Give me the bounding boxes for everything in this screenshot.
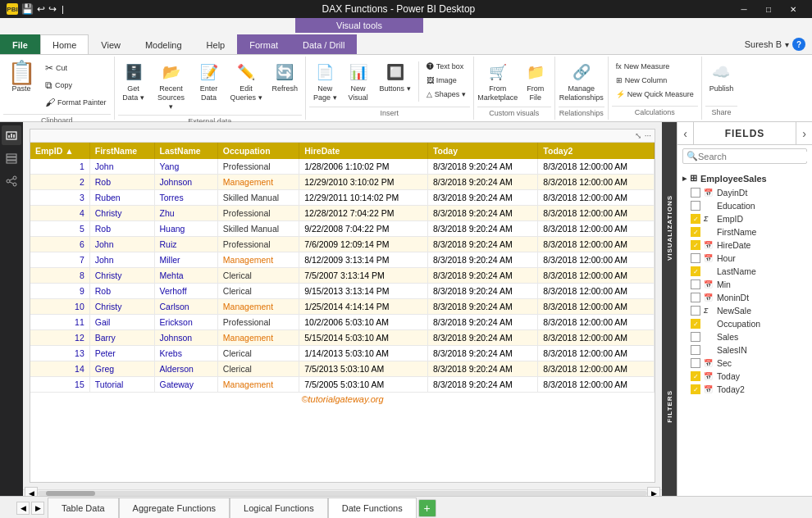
field-item-today[interactable]: ✓ 📅 Today — [677, 370, 812, 383]
visual-expand-icon[interactable]: ⤡ — [635, 131, 641, 140]
buttons-button[interactable]: 🔲 Buttons ▾ — [376, 58, 415, 96]
col-header-lastname[interactable]: LastName — [154, 143, 217, 159]
edit-queries-button[interactable]: ✏️ EditQueries ▾ — [226, 58, 267, 105]
scrollbar-thumb[interactable] — [46, 491, 95, 496]
scroll-right-arrow[interactable]: ▶ — [647, 487, 660, 497]
tab-data-drill[interactable]: Data / Drill — [290, 34, 357, 54]
sidebar-icon-model[interactable] — [2, 171, 21, 191]
field-checkbox[interactable]: ✓ — [691, 371, 700, 381]
new-quick-measure-button[interactable]: ⚡New Quick Measure — [612, 88, 698, 101]
field-checkbox[interactable]: ✓ — [691, 214, 700, 224]
add-tab-button[interactable]: + — [418, 499, 436, 517]
col-header-empid[interactable]: EmpID ▲ — [30, 143, 89, 159]
field-checkbox[interactable] — [691, 306, 700, 316]
tab-date[interactable]: Date Functions — [328, 498, 417, 519]
sidebar-icon-report[interactable] — [2, 125, 21, 145]
col-header-firstname[interactable]: FirstName — [89, 143, 154, 159]
fields-search-input[interactable] — [698, 152, 811, 161]
field-checkbox[interactable]: ✓ — [691, 240, 700, 250]
visual-more-icon[interactable]: ··· — [645, 131, 651, 140]
manage-relationships-button[interactable]: 🔗 ManageRelationships — [559, 58, 604, 105]
get-data-button[interactable]: 🗄️ GetData ▾ — [118, 58, 149, 105]
filters-label[interactable]: FILTERS — [666, 390, 673, 423]
panel-expand-button[interactable]: › — [796, 122, 812, 144]
from-file-button[interactable]: 📁 FromFile — [520, 58, 551, 105]
new-column-button[interactable]: ⊞New Column — [612, 74, 698, 87]
horizontal-scrollbar[interactable]: ◀ ▶ — [23, 489, 662, 496]
scroll-left-arrow[interactable]: ◀ — [25, 487, 38, 497]
tab-view[interactable]: View — [89, 34, 133, 54]
field-checkbox[interactable] — [691, 332, 700, 342]
tab-scroll-right[interactable]: ▶ — [31, 502, 44, 515]
tab-file[interactable]: File — [0, 34, 40, 54]
recent-sources-button[interactable]: 📂 RecentSources ▾ — [151, 58, 192, 113]
field-checkbox[interactable] — [691, 201, 700, 211]
field-item-newsale[interactable]: Σ NewSale — [677, 304, 812, 317]
field-item-hiredate[interactable]: ✓ 📅 HireDate — [677, 239, 812, 252]
new-visual-button[interactable]: 📊 NewVisual — [343, 58, 374, 105]
refresh-button[interactable]: 🔄 Refresh — [268, 58, 303, 96]
field-item-min[interactable]: 📅 Min — [677, 278, 812, 291]
table-container[interactable]: EmpID ▲ FirstName LastName Occupation Hi… — [30, 143, 655, 482]
panel-collapse-button[interactable]: ‹ — [677, 122, 694, 144]
field-item-education[interactable]: Education — [677, 199, 812, 212]
shapes-button[interactable]: △Shapes ▾ — [422, 88, 470, 101]
redo-icon[interactable]: ↪ — [48, 3, 57, 15]
scrollbar-track[interactable] — [38, 491, 647, 496]
field-checkbox[interactable] — [691, 253, 700, 263]
col-header-occupation[interactable]: Occupation — [217, 143, 299, 159]
field-checkbox[interactable] — [691, 293, 700, 302]
user-chevron-icon[interactable]: ▾ — [785, 40, 789, 49]
tab-tabledata[interactable]: Table Data — [48, 498, 119, 519]
new-measure-button[interactable]: fxNew Measure — [612, 60, 698, 73]
field-checkbox[interactable] — [691, 345, 700, 355]
enter-data-button[interactable]: 📝 EnterData — [194, 58, 225, 105]
field-item-firstname[interactable]: ✓ FirstName — [677, 225, 812, 239]
field-item-today2[interactable]: ✓ 📅 Today2 — [677, 383, 812, 396]
tab-scroll-left[interactable]: ◀ — [16, 502, 30, 515]
field-checkbox[interactable] — [691, 279, 700, 289]
field-item-lastname[interactable]: ✓ LastName — [677, 265, 812, 278]
minimize-button[interactable]: ─ — [732, 0, 756, 18]
from-marketplace-button[interactable]: 🛒 FromMarketplace — [477, 58, 518, 105]
visualizations-label[interactable]: VISUALIZATIONS — [666, 195, 673, 261]
col-header-today[interactable]: Today — [427, 143, 537, 159]
window-controls[interactable]: ─ □ ✕ — [732, 0, 805, 18]
image-button[interactable]: 🖼Image — [422, 74, 470, 87]
save-icon[interactable]: 💾 — [21, 3, 34, 15]
copy-button[interactable]: ⧉Copy — [41, 77, 111, 93]
tab-format[interactable]: Format — [237, 34, 290, 54]
field-checkbox[interactable]: ✓ — [691, 319, 700, 329]
format-painter-button[interactable]: 🖌Format Painter — [41, 94, 111, 111]
help-icon[interactable]: ? — [792, 38, 805, 51]
tab-aggregate[interactable]: Aggregate Functions — [119, 498, 230, 519]
field-checkbox[interactable]: ✓ — [691, 266, 700, 276]
col-header-hiredate[interactable]: HireDate — [299, 143, 428, 159]
field-item-occupation[interactable]: ✓ Occupation — [677, 317, 812, 330]
field-checkbox[interactable]: ✓ — [691, 227, 700, 237]
tab-help[interactable]: Help — [194, 34, 238, 54]
field-item-sec[interactable]: 📅 Sec — [677, 357, 812, 370]
close-button[interactable]: ✕ — [781, 0, 805, 18]
undo-icon[interactable]: ↩ — [37, 3, 45, 15]
field-checkbox[interactable] — [691, 188, 700, 198]
tab-modeling[interactable]: Modeling — [133, 34, 194, 54]
textbox-button[interactable]: 🅣Text box — [422, 60, 470, 73]
field-item-sales[interactable]: Sales — [677, 330, 812, 343]
cut-button[interactable]: ✂Cut — [41, 60, 111, 76]
field-group-employee-sales[interactable]: ▸ ⊞ EmployeeSales — [677, 170, 812, 186]
field-checkbox[interactable] — [691, 358, 700, 368]
tab-home[interactable]: Home — [40, 34, 89, 54]
new-page-button[interactable]: 📄 NewPage ▾ — [309, 58, 341, 105]
col-header-today2[interactable]: Today2 — [538, 143, 655, 159]
field-checkbox[interactable]: ✓ — [691, 384, 700, 394]
field-item-dayindt[interactable]: 📅 DayinDt — [677, 186, 812, 199]
paste-button[interactable]: 📋 Paste — [3, 58, 39, 96]
tab-logical[interactable]: Logical Functions — [230, 498, 328, 519]
publish-button[interactable]: ☁️ Publish — [705, 58, 738, 96]
sidebar-icon-data[interactable] — [2, 148, 21, 168]
field-item-salesin[interactable]: SalesIN — [677, 343, 812, 357]
maximize-button[interactable]: □ — [756, 0, 781, 18]
field-item-hour[interactable]: 📅 Hour — [677, 252, 812, 265]
field-item-empid[interactable]: ✓ Σ EmpID — [677, 212, 812, 225]
